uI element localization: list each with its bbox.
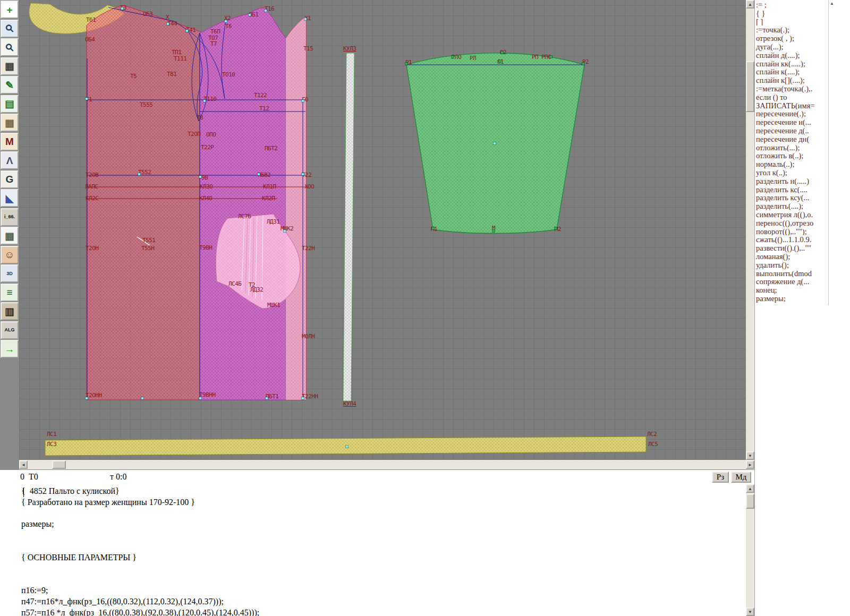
command-item[interactable]: отрезок( , ); [755, 34, 828, 42]
preview-tool[interactable]: ⚲ [1, 38, 19, 56]
point-label-ЛАПС: ЛАПС [85, 183, 98, 190]
point-label-ЛД32: ЛД32 [250, 286, 264, 293]
panel-scroll-up-icon[interactable]: ▲ [830, 1, 834, 6]
alg-tool[interactable]: ALG [1, 321, 19, 339]
command-item[interactable]: пересечение н(... [755, 118, 828, 126]
draw-line-tool[interactable]: ✎ [1, 76, 19, 94]
status-cursor: т 0:0 [110, 472, 126, 482]
zoom-tool[interactable]: ⚲ [1, 20, 19, 38]
scroll-down-button[interactable]: ▼ [746, 451, 754, 460]
point-marker [266, 397, 268, 399]
command-item[interactable]: поворот((),..""); [755, 227, 828, 236]
command-item[interactable]: ЗАПИСАТЬ(имя= [755, 101, 828, 110]
command-item[interactable]: размеры; [755, 294, 828, 303]
point-label-МШК2: МШК2 [280, 225, 294, 232]
point-label-Т22Р: Т22Р [201, 144, 214, 151]
command-item[interactable]: разделить кс(.... [755, 185, 828, 194]
command-item[interactable]: отложить(...); [755, 143, 828, 152]
command-item[interactable]: :=точка(.); [755, 25, 828, 34]
archive-tool[interactable]: ▥ [1, 302, 19, 320]
command-panel: := ;{ }[ ]:=точка(.);отрезок( , );дуга(.… [754, 0, 850, 616]
i66-tool[interactable]: i_66. [1, 208, 19, 226]
editor-vscrollbar[interactable]: ▲ ▼ [746, 484, 754, 616]
vscroll-thumb[interactable] [746, 61, 754, 112]
table-tool[interactable]: ▤ [1, 95, 19, 113]
point-label-Т12: Т12 [259, 105, 269, 112]
command-item[interactable]: сплайн к(....); [755, 67, 828, 76]
code-editor[interactable]: { 4852 Пальто с кулиской}{ Разработано н… [0, 484, 746, 616]
command-item[interactable]: конец; [755, 286, 828, 294]
command-item[interactable]: дуга(...); [755, 42, 828, 51]
canvas-vscrollbar[interactable]: ▲ ▼ [746, 0, 754, 460]
command-item[interactable]: перенос((),отрезо [755, 219, 828, 227]
command-item[interactable]: [ ] [755, 18, 828, 26]
command-item[interactable]: угол к(..); [755, 168, 828, 177]
canvas-hscrollbar[interactable]: ◄ ► [19, 460, 754, 469]
command-item[interactable]: { } [755, 9, 828, 18]
scroll-right-button[interactable]: ► [746, 460, 754, 469]
command-item[interactable]: симметрия л((),о. [755, 210, 828, 219]
calc-tool[interactable]: ▦ [1, 114, 19, 132]
point-marker [141, 397, 143, 399]
calc2-tool[interactable]: ▦ [1, 227, 19, 245]
view-3d-tool[interactable]: 3D [1, 264, 19, 283]
command-item[interactable]: выполнить(dmod [755, 269, 828, 278]
command-item[interactable]: нормаль(..); [755, 160, 828, 168]
point-marker [199, 397, 201, 399]
model-photo-tool[interactable]: ☺ [1, 246, 19, 264]
command-item[interactable]: сопряжение д(... [755, 277, 828, 286]
command-item[interactable]: разделить ксу(... [755, 193, 828, 202]
command-item[interactable]: пересечение д(.. [755, 126, 828, 135]
grid-tool[interactable]: ▦ [1, 57, 19, 75]
scroll-up-button[interactable]: ▲ [746, 0, 754, 8]
point-label-Т555: Т555 [140, 101, 153, 108]
command-item[interactable]: разделить(....); [755, 202, 828, 210]
command-item[interactable]: сплайн кк(.....); [755, 59, 828, 68]
command-item[interactable]: отложить в(..); [755, 151, 828, 160]
point-label-Т8: Т8 [197, 114, 203, 121]
scroll-left-button[interactable]: ◄ [19, 460, 28, 469]
point-marker [225, 20, 227, 22]
ruler-tool[interactable]: ◣ [1, 189, 19, 207]
command-item[interactable]: :=метка(точка(.),. [755, 84, 828, 93]
command-item[interactable]: если () то [755, 93, 828, 101]
point-marker [302, 397, 304, 399]
fabric-tool[interactable]: ≡ [1, 284, 19, 302]
export-tool[interactable]: → [1, 340, 19, 358]
hscroll-thumb[interactable] [52, 460, 66, 469]
point-labels-layer: Т3ОБ3ХТ44Х2ОБ1Т16Х1Тб1ОБ4Т41Т6ПТ6ТО7Т7Т1… [19, 0, 746, 460]
compass-tool[interactable]: Λ [1, 151, 19, 169]
command-item[interactable]: := ; [755, 1, 828, 9]
editor-vscroll-thumb[interactable] [746, 494, 754, 509]
editor-scroll-up-button[interactable]: ▲ [746, 484, 754, 493]
pattern-canvas[interactable]: Т3ОБ3ХТ44Х2ОБ1Т16Х1Тб1ОБ4Т41Т6ПТ6ТО7Т7Т1… [19, 0, 746, 460]
editor-scroll-down-button[interactable]: ▼ [746, 608, 754, 616]
point-label-Т111: Т111 [174, 55, 187, 62]
command-item[interactable]: удалить(); [755, 261, 828, 269]
command-item[interactable]: пересечение дн( [755, 135, 828, 143]
add-tool[interactable]: + [1, 1, 19, 19]
point-marker [249, 14, 251, 16]
point-label-Т122: Т122 [254, 92, 267, 99]
command-item[interactable]: развести(().(),.."" [755, 244, 828, 252]
command-item[interactable]: сплайн к[](....); [755, 76, 828, 84]
point-label-Тб1: Тб1 [86, 16, 96, 23]
point-label-ЛД31: ЛД31 [267, 218, 280, 225]
panel-divider [828, 0, 829, 305]
materials-tool[interactable]: M [1, 133, 19, 151]
point-label-Т2ОВ: Т2ОВ [86, 172, 99, 178]
rz-button[interactable]: Рз [712, 472, 729, 483]
command-item[interactable]: сжать(()...1.1.0.9. [755, 235, 828, 244]
sleeve-point-marker [501, 52, 503, 54]
point-marker [258, 173, 260, 175]
code-line: п47:=п16*л_фнк(рз_16,((80,0.32),(112,0.3… [0, 597, 746, 608]
command-item[interactable]: ломаная(); [755, 252, 828, 261]
command-item[interactable]: сплайн д(....); [755, 51, 828, 59]
command-item[interactable]: пересечение(.); [755, 109, 828, 118]
md-button[interactable]: Мд [731, 472, 751, 483]
point-marker [121, 7, 123, 10]
graphics-tool[interactable]: G [1, 170, 19, 189]
command-item[interactable]: разделить н(.....) [755, 177, 828, 185]
point-label-Т2ОНН: Т2ОНН [86, 392, 102, 399]
point-marker [186, 30, 188, 32]
